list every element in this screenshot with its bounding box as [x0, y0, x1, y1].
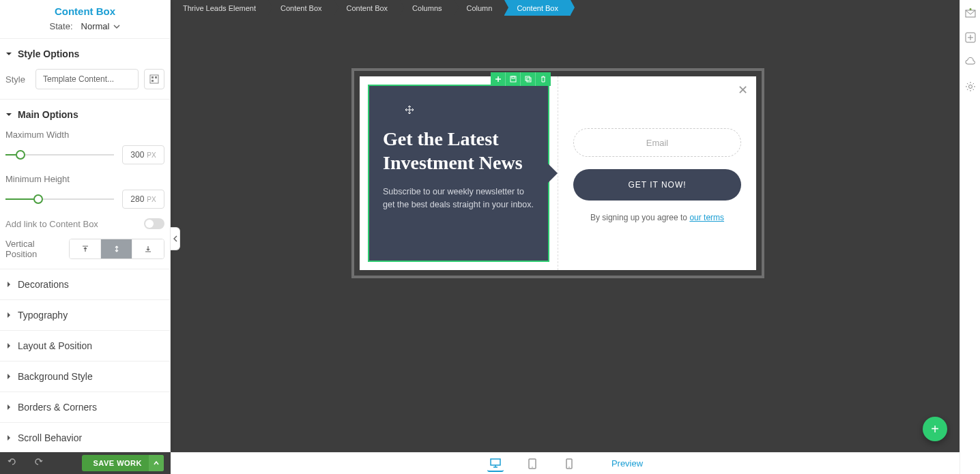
close-button[interactable]: ✕: [734, 82, 751, 98]
section-title: Style Options: [18, 48, 79, 59]
state-row: State: Normal: [0, 21, 170, 31]
svg-rect-2: [155, 76, 157, 78]
element-save-button[interactable]: [506, 72, 521, 86]
max-width-slider[interactable]: [5, 148, 114, 162]
min-height-slider[interactable]: [5, 192, 114, 206]
template-icon: [149, 74, 159, 84]
save-dropdown[interactable]: [149, 455, 164, 471]
section-title: Main Options: [18, 109, 78, 120]
max-width-value[interactable]: 300 PX: [122, 145, 164, 164]
add-element-fab[interactable]: +: [923, 417, 947, 441]
svg-rect-0: [150, 75, 158, 83]
svg-point-15: [568, 466, 570, 468]
preview-link[interactable]: Preview: [611, 458, 643, 469]
min-height-value[interactable]: 280 PX: [122, 190, 164, 209]
popup[interactable]: ✕ Get the Latest Investment News Subscri…: [360, 76, 756, 270]
vertical-position-segment: [69, 239, 164, 259]
section-title: Background Style: [18, 371, 93, 382]
style-dropdown[interactable]: Template Content...: [35, 69, 139, 89]
section-layout-position[interactable]: Layout & Position: [0, 330, 170, 361]
section-header-style-options[interactable]: Style Options: [5, 46, 164, 62]
tablet-icon: [527, 458, 538, 470]
rail-leads-button[interactable]: [964, 7, 977, 19]
device-tablet-button[interactable]: [524, 456, 541, 472]
state-label: State:: [50, 21, 73, 31]
svg-rect-3: [152, 80, 154, 82]
section-decorations[interactable]: Decorations: [0, 269, 170, 299]
gear-icon: [964, 80, 977, 93]
section-title: Typography: [18, 310, 68, 321]
save-icon: [509, 75, 517, 83]
element-add-button[interactable]: [491, 72, 506, 86]
chevron-up-icon: [154, 460, 159, 466]
email-input[interactable]: Email: [573, 128, 741, 157]
arrow-notch: [548, 164, 558, 183]
popup-left-content-box[interactable]: Get the Latest Investment News Subscribe…: [368, 85, 549, 262]
section-scroll-behavior[interactable]: Scroll Behavior: [0, 422, 170, 453]
style-dropdown-value: Template Content...: [43, 74, 114, 84]
caret-right-icon: [5, 373, 12, 380]
vpos-top-button[interactable]: [70, 239, 101, 258]
device-bar: Preview: [171, 452, 960, 474]
section-background-style[interactable]: Background Style: [0, 361, 170, 391]
align-middle-icon: [113, 245, 121, 253]
max-width-label: Maximum Width: [5, 130, 164, 140]
redo-button[interactable]: [33, 456, 44, 470]
cta-button[interactable]: GET IT NOW!: [573, 169, 741, 201]
device-mobile-button[interactable]: [561, 456, 577, 472]
popup-heading[interactable]: Get the Latest Investment News: [383, 127, 534, 175]
rail-settings-button[interactable]: [964, 80, 977, 93]
add-link-label: Add link to Content Box: [5, 219, 98, 229]
slider-thumb[interactable]: [16, 150, 25, 160]
save-button[interactable]: SAVE WORK: [82, 455, 164, 471]
section-header-main-options[interactable]: Main Options: [5, 106, 164, 123]
align-top-icon: [81, 245, 89, 253]
caret-down-icon: [5, 111, 12, 118]
vertical-position-label: Vertical Position: [5, 239, 63, 259]
caret-right-icon: [5, 404, 12, 411]
caret-right-icon: [5, 434, 12, 441]
plus-icon: [494, 75, 502, 83]
section-main-options: Main Options Maximum Width 300 PX Minimu…: [0, 99, 170, 269]
style-template-button[interactable]: [144, 69, 164, 89]
state-value: Normal: [81, 21, 110, 31]
state-select[interactable]: Normal: [81, 21, 121, 31]
section-borders-corners[interactable]: Borders & Corners: [0, 391, 170, 422]
svg-rect-9: [525, 76, 530, 80]
unit: PX: [147, 196, 156, 203]
value: 300: [130, 150, 144, 160]
breadcrumb-item-active[interactable]: Content Box: [504, 0, 571, 16]
rail-add-button[interactable]: [964, 31, 977, 44]
cloud-icon: [964, 56, 977, 68]
device-desktop-button[interactable]: [487, 456, 504, 472]
slider-thumb[interactable]: [33, 194, 43, 204]
plus-icon: +: [931, 421, 939, 437]
section-title: Decorations: [18, 279, 69, 290]
popup-subtext[interactable]: Subscribe to our weekly newsletter to ge…: [383, 186, 534, 211]
undo-button[interactable]: [7, 456, 18, 470]
section-style-options: Style Options Style Template Content...: [0, 38, 170, 99]
section-typography[interactable]: Typography: [0, 299, 170, 330]
save-label: SAVE WORK: [93, 459, 142, 467]
breadcrumb-item[interactable]: Columns: [400, 0, 454, 16]
breadcrumb-item[interactable]: Column: [455, 0, 505, 16]
envelope-leaf-icon: [964, 7, 977, 19]
add-link-toggle[interactable]: [144, 218, 164, 229]
svg-rect-10: [527, 78, 531, 82]
mobile-icon: [564, 458, 574, 470]
section-title: Scroll Behavior: [18, 432, 82, 443]
vpos-middle-button[interactable]: [101, 239, 132, 258]
breadcrumb-item[interactable]: Content Box: [334, 0, 401, 16]
svg-rect-8: [512, 76, 515, 78]
rail-cloud-button[interactable]: [964, 56, 977, 68]
terms-link[interactable]: our terms: [689, 213, 724, 222]
sidebar: Content Box State: Normal Style Options …: [0, 0, 171, 452]
element-delete-button[interactable]: [536, 72, 551, 86]
svg-point-13: [532, 466, 533, 468]
vpos-bottom-button[interactable]: [132, 239, 164, 258]
element-duplicate-button[interactable]: [521, 72, 536, 86]
breadcrumb-item[interactable]: Content Box: [268, 0, 334, 16]
sidebar-collapse-tab[interactable]: [171, 227, 180, 250]
breadcrumb-item[interactable]: Thrive Leads Element: [171, 0, 268, 16]
section-title: Layout & Position: [18, 340, 92, 351]
